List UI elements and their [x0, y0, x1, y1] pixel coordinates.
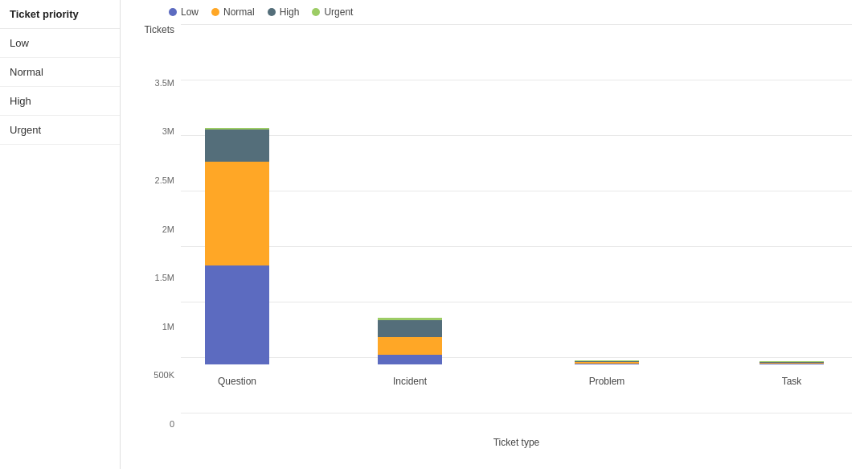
bar-group: Problem: [575, 360, 639, 364]
legend-item-urgent[interactable]: Urgent: [312, 6, 353, 18]
bar-segment-normal[interactable]: [205, 162, 269, 265]
legend-label-high: High: [280, 6, 300, 18]
legend: Low Normal High Urgent: [137, 6, 852, 18]
bar-label: Task: [782, 376, 802, 387]
sidebar-item-normal[interactable]: Normal: [0, 58, 120, 87]
bar-label: Question: [218, 376, 256, 387]
y-label-1-5m: 1.5M: [155, 273, 174, 282]
bar-segment-high[interactable]: [205, 130, 269, 163]
bar-segment-low[interactable]: [575, 364, 639, 364]
bar-segment-low[interactable]: [378, 355, 442, 364]
y-label-2-5m: 2.5M: [155, 175, 174, 185]
bar-segment-low[interactable]: [205, 265, 269, 364]
bar-segment-normal[interactable]: [378, 337, 442, 355]
bar-label: Problem: [589, 376, 625, 387]
bar-label: Incident: [393, 376, 427, 387]
legend-item-normal[interactable]: Normal: [211, 6, 255, 18]
legend-label-low: Low: [181, 6, 199, 18]
bar-segment-high[interactable]: [378, 320, 442, 337]
low-dot: [169, 8, 177, 16]
y-label-3m: 3M: [162, 126, 174, 136]
chart-area: Low Normal High Urgent Tickets 3.5M 3M 2…: [121, 0, 868, 469]
sidebar: Ticket priority Low Normal High Urgent: [0, 0, 121, 469]
bar-segment-low[interactable]: [760, 364, 824, 364]
grid-and-bars: QuestionIncidentProblemTask: [181, 24, 852, 413]
plot-bottom: Ticket type: [181, 413, 852, 453]
bars-row: QuestionIncidentProblemTask: [181, 24, 852, 389]
sidebar-item-urgent[interactable]: Urgent: [0, 116, 120, 145]
y-label-2m: 2M: [162, 224, 174, 234]
bar-group: Question: [205, 128, 269, 364]
sidebar-item-low[interactable]: Low: [0, 29, 120, 58]
legend-label-normal: Normal: [223, 6, 255, 18]
high-dot: [268, 8, 276, 16]
sidebar-title: Ticket priority: [0, 0, 120, 29]
y-label-0: 0: [170, 419, 174, 429]
urgent-dot: [312, 8, 320, 16]
legend-label-urgent: Urgent: [324, 6, 353, 18]
legend-item-low[interactable]: Low: [169, 6, 199, 18]
y-label-3-5m: 3.5M: [155, 78, 174, 88]
y-axis-title: Tickets: [144, 24, 174, 35]
x-axis-title: Ticket type: [181, 437, 852, 450]
plot-area: QuestionIncidentProblemTask Ticket type: [181, 24, 852, 453]
normal-dot: [211, 8, 219, 16]
y-label-500k: 500K: [154, 370, 174, 380]
y-axis: Tickets 3.5M 3M 2.5M 2M 1.5M 1M 500K 0: [137, 24, 181, 453]
chart-container: Tickets 3.5M 3M 2.5M 2M 1.5M 1M 500K 0 Q…: [137, 24, 852, 453]
legend-item-high[interactable]: High: [268, 6, 300, 18]
y-label-1m: 1M: [162, 322, 174, 331]
sidebar-item-high[interactable]: High: [0, 87, 120, 116]
bar-group: Task: [760, 361, 824, 364]
bar-group: Incident: [378, 318, 442, 364]
